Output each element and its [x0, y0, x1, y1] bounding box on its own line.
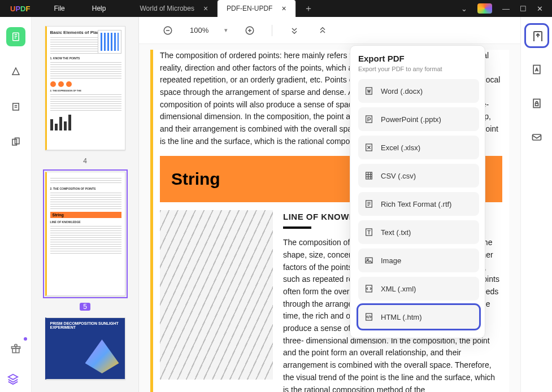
protect-button[interactable]	[527, 94, 546, 113]
minimize-button[interactable]: —	[502, 5, 510, 13]
gift-button[interactable]	[6, 339, 25, 358]
export-icon	[531, 30, 542, 41]
titlebar: UPDF File Help World of Microbes × PDF-E…	[0, 0, 552, 17]
app-body: Basic Elements of Plane Space 1. KNOW TH…	[0, 17, 552, 392]
svg-rect-21	[535, 103, 538, 106]
xml-icon	[364, 284, 374, 294]
export-txt[interactable]: Text (.txt)	[358, 220, 479, 244]
layers-button[interactable]	[7, 373, 19, 385]
export-options: Word (.docx) PowerPoint (.pptx) Excel (.…	[358, 79, 479, 329]
thumb-chart	[98, 30, 121, 54]
export-label: XML (.xml)	[381, 285, 416, 293]
svg-rect-11	[366, 172, 372, 179]
zoom-in-button[interactable]	[244, 24, 256, 37]
export-powerpoint[interactable]: PowerPoint (.pptx)	[358, 107, 479, 131]
thumbnail-panel: Basic Elements of Plane Space 1. KNOW TH…	[32, 17, 139, 392]
txt-icon	[364, 227, 374, 237]
menu-file[interactable]: File	[40, 5, 78, 12]
edit-tool-button[interactable]	[6, 97, 25, 116]
export-html[interactable]: HTML (.htm)	[358, 305, 479, 329]
export-xml[interactable]: XML (.xml)	[358, 277, 479, 300]
close-icon[interactable]: ×	[203, 4, 208, 13]
export-label: Rich Text Format (.rtf)	[381, 200, 451, 208]
html-icon	[364, 312, 374, 322]
export-pdf-panel: Export PDF Export your PDF to any format…	[350, 45, 485, 338]
word-icon	[364, 86, 374, 96]
convert-button[interactable]	[527, 60, 546, 79]
powerpoint-icon	[364, 114, 374, 124]
maximize-button[interactable]: ☐	[520, 5, 527, 13]
pages-icon	[11, 137, 21, 147]
excel-icon	[364, 142, 374, 153]
pdf-a-icon	[531, 64, 542, 75]
close-window-button[interactable]: ✕	[537, 5, 543, 13]
export-excel[interactable]: Excel (.xlsx)	[358, 136, 479, 159]
export-label: CSV (.csv)	[381, 172, 416, 180]
rtf-icon	[364, 199, 374, 209]
export-title: Export PDF	[358, 54, 479, 63]
plus-circle-icon	[245, 25, 255, 36]
pencil-icon	[11, 67, 21, 77]
zoom-out-button[interactable]	[162, 24, 174, 37]
app-logo: UPDF	[0, 5, 40, 13]
window-controls: ⌄ — ☐ ✕	[452, 3, 552, 14]
export-label: Word (.docx)	[381, 87, 423, 95]
minus-circle-icon	[163, 25, 173, 36]
thumb-string-banner: String	[50, 212, 121, 218]
thumb-page-number: 5	[80, 303, 90, 311]
reader-mode-button[interactable]	[6, 27, 25, 46]
close-icon[interactable]: ×	[281, 4, 286, 13]
layers-icon	[7, 373, 19, 385]
export-label: Image	[381, 256, 401, 265]
architecture-image	[160, 210, 273, 380]
export-label: HTML (.htm)	[381, 313, 421, 321]
thumb-page-number: 4	[83, 157, 87, 165]
thumbnail-page-6[interactable]: PRISM DECOMPOSITION SUNLIGHT EXPERIMENT	[43, 315, 128, 382]
image-icon	[364, 255, 374, 265]
scroll-down-button[interactable]	[288, 24, 301, 37]
export-button[interactable]	[527, 26, 546, 45]
gift-icon	[10, 343, 21, 354]
thumb-title: PRISM DECOMPOSITION SUNLIGHT EXPERIMENT	[50, 321, 121, 329]
document-area: 100% ▾ The composition of ordered points…	[139, 17, 520, 392]
thumb-section: 1. KNOW THE POINTS	[50, 56, 121, 60]
tab-label: World of Microbes	[140, 5, 194, 12]
right-toolbar	[520, 17, 552, 392]
thumb-section: 2. THE COMPOSITION OF POINTS	[50, 187, 121, 190]
tab-label: PDF-EN-UPDF	[227, 5, 272, 12]
zoom-level: 100%	[190, 26, 208, 34]
svg-rect-19	[533, 66, 540, 74]
tab-pdf-en-updf[interactable]: PDF-EN-UPDF ×	[218, 0, 296, 17]
export-subtitle: Export your PDF to any format	[358, 66, 479, 72]
thumb-heading: LINE OF KNOWLEDGE	[50, 220, 121, 224]
share-button[interactable]	[527, 128, 546, 147]
chevron-down-icon[interactable]: ⌄	[461, 5, 467, 13]
export-word[interactable]: Word (.docx)	[358, 79, 479, 103]
organize-pages-button[interactable]	[6, 132, 25, 151]
heading-underline	[283, 227, 311, 229]
csv-icon	[364, 171, 374, 181]
document-tabs: World of Microbes × PDF-EN-UPDF × ＋	[131, 0, 452, 17]
prism-graphic	[85, 339, 119, 373]
comment-tool-button[interactable]	[6, 62, 25, 81]
document-icon	[11, 32, 21, 42]
export-rtf[interactable]: Rich Text Format (.rtf)	[358, 192, 479, 216]
brand-badge-icon[interactable]	[477, 3, 492, 14]
chevron-down-icon[interactable]: ▾	[224, 27, 228, 34]
export-label: PowerPoint (.pptx)	[381, 115, 441, 124]
export-image[interactable]: Image	[358, 249, 479, 272]
thumbnail-page-4[interactable]: Basic Elements of Plane Space 1. KNOW TH…	[43, 24, 128, 153]
envelope-icon	[531, 132, 542, 143]
export-csv[interactable]: CSV (.csv)	[358, 164, 479, 188]
tab-world-of-microbes[interactable]: World of Microbes ×	[131, 0, 218, 17]
double-chevron-up-icon	[318, 26, 327, 35]
add-tab-button[interactable]: ＋	[296, 0, 321, 17]
menu-help[interactable]: Help	[79, 5, 120, 12]
thumb-section: 2. THE EXPRESSION OF THE	[50, 89, 121, 92]
left-toolbar	[0, 17, 32, 392]
svg-rect-22	[532, 134, 541, 140]
scroll-up-button[interactable]	[316, 24, 329, 37]
page-edit-icon	[11, 102, 21, 112]
svg-rect-9	[366, 116, 372, 123]
thumbnail-page-5[interactable]: 2. THE COMPOSITION OF POINTS String LINE…	[43, 169, 128, 298]
